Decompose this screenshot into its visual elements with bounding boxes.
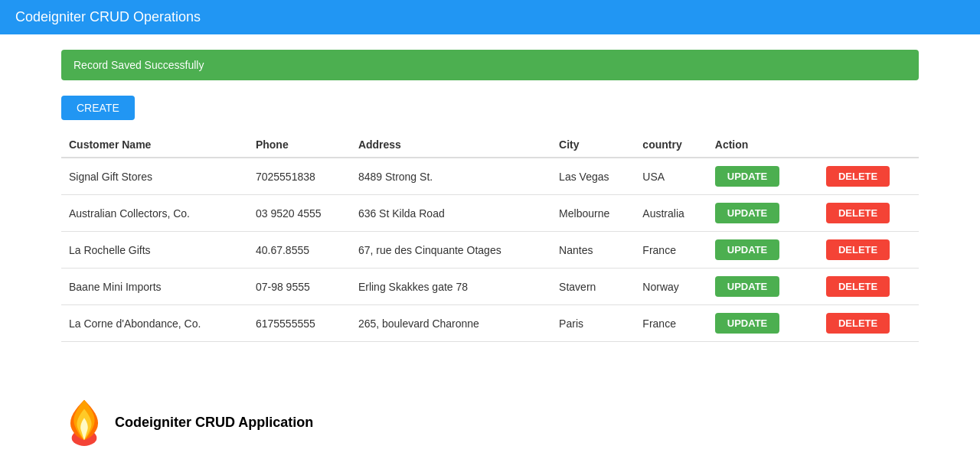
- cell-action-update: UPDATE: [707, 232, 818, 269]
- cell-name: Signal Gift Stores: [61, 158, 248, 195]
- table-row: Australian Collectors, Co.03 9520 455563…: [61, 195, 919, 232]
- delete-button[interactable]: DELETE: [826, 203, 890, 223]
- cell-address: 67, rue des Cinquante Otages: [351, 232, 551, 269]
- col-header-city: City: [551, 132, 635, 158]
- alert-banner: Record Saved Successfully: [61, 50, 919, 80]
- col-header-action: Action: [707, 132, 818, 158]
- top-bar: Codeigniter CRUD Operations: [0, 0, 980, 34]
- cell-action-update: UPDATE: [707, 195, 818, 232]
- cell-city: Melbourne: [551, 195, 635, 232]
- cell-action-update: UPDATE: [707, 158, 818, 195]
- main-content: Record Saved Successfully CREATE Custome…: [0, 34, 980, 357]
- cell-name: La Corne d'Abondance, Co.: [61, 305, 248, 342]
- cell-action-delete: DELETE: [818, 158, 919, 195]
- cell-address: 8489 Strong St.: [351, 158, 551, 195]
- cell-name: La Rochelle Gifts: [61, 232, 248, 269]
- update-button[interactable]: UPDATE: [715, 276, 779, 297]
- records-table: Customer Name Phone Address City country…: [61, 132, 919, 342]
- cell-city: Stavern: [551, 269, 635, 305]
- footer-title: Codeigniter CRUD Application: [115, 415, 313, 431]
- cell-action-delete: DELETE: [818, 305, 919, 342]
- alert-message: Record Saved Successfully: [74, 59, 204, 71]
- col-header-phone: Phone: [248, 132, 351, 158]
- flame-icon: [61, 396, 107, 449]
- cell-phone: 07-98 9555: [248, 269, 351, 305]
- cell-address: 265, boulevard Charonne: [351, 305, 551, 342]
- cell-action-delete: DELETE: [818, 195, 919, 232]
- col-header-action-extra: [818, 132, 919, 158]
- cell-country: Norway: [635, 269, 707, 305]
- table-row: La Corne d'Abondance, Co.6175555555265, …: [61, 305, 919, 342]
- app-title: Codeigniter CRUD Operations: [15, 9, 201, 24]
- update-button[interactable]: UPDATE: [715, 313, 779, 334]
- cell-phone: 6175555555: [248, 305, 351, 342]
- delete-button[interactable]: DELETE: [826, 313, 890, 334]
- cell-country: USA: [635, 158, 707, 195]
- cell-action-update: UPDATE: [707, 269, 818, 305]
- cell-phone: 40.67.8555: [248, 232, 351, 269]
- update-button[interactable]: UPDATE: [715, 166, 779, 187]
- footer: Codeigniter CRUD Application: [0, 380, 980, 459]
- table-header-row: Customer Name Phone Address City country…: [61, 132, 919, 158]
- cell-city: Nantes: [551, 232, 635, 269]
- cell-city: Las Vegas: [551, 158, 635, 195]
- cell-city: Paris: [551, 305, 635, 342]
- table-row: Signal Gift Stores70255518388489 Strong …: [61, 158, 919, 195]
- cell-action-update: UPDATE: [707, 305, 818, 342]
- col-header-address: Address: [351, 132, 551, 158]
- create-button[interactable]: CREATE: [61, 96, 135, 120]
- col-header-country: country: [635, 132, 707, 158]
- cell-address: Erling Skakkes gate 78: [351, 269, 551, 305]
- cell-name: Australian Collectors, Co.: [61, 195, 248, 232]
- delete-button[interactable]: DELETE: [826, 166, 890, 187]
- cell-country: Australia: [635, 195, 707, 232]
- cell-action-delete: DELETE: [818, 232, 919, 269]
- delete-button[interactable]: DELETE: [826, 276, 890, 297]
- delete-button[interactable]: DELETE: [826, 239, 890, 260]
- cell-name: Baane Mini Imports: [61, 269, 248, 305]
- cell-country: France: [635, 232, 707, 269]
- cell-phone: 03 9520 4555: [248, 195, 351, 232]
- cell-country: France: [635, 305, 707, 342]
- update-button[interactable]: UPDATE: [715, 239, 779, 260]
- col-header-name: Customer Name: [61, 132, 248, 158]
- table-row: Baane Mini Imports07-98 9555Erling Skakk…: [61, 269, 919, 305]
- cell-address: 636 St Kilda Road: [351, 195, 551, 232]
- table-row: La Rochelle Gifts40.67.855567, rue des C…: [61, 232, 919, 269]
- cell-phone: 7025551838: [248, 158, 351, 195]
- cell-action-delete: DELETE: [818, 269, 919, 305]
- update-button[interactable]: UPDATE: [715, 203, 779, 223]
